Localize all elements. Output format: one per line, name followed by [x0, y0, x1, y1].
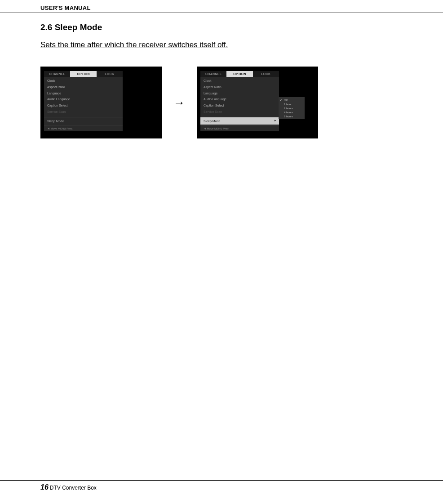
screenshot-after: CHANNEL OPTION LOCK Clock Aspect Ratio L… — [197, 67, 318, 138]
menu-item-sleep-mode[interactable]: Sleep Mode ▸ — [200, 117, 279, 125]
menu-tabs: CHANNEL OPTION LOCK — [44, 71, 123, 77]
menu-item-caption[interactable]: Caption Select — [44, 103, 123, 109]
sleep-mode-submenu: Off 1 hour 2 hours 4 hours 8 hours — [279, 97, 305, 119]
submenu-item-8hr[interactable]: 8 hours — [279, 114, 305, 118]
menu-item-list: Clock Aspect Ratio Language Audio Langua… — [200, 77, 279, 125]
header-title: USER'S MANUAL — [40, 4, 403, 11]
footer-label: DTV Converter Box — [50, 485, 97, 491]
menu-item-language[interactable]: Language — [44, 90, 123, 97]
menu-footer-hint: ◄ Move MENU Prev. — [200, 125, 279, 131]
tab-lock[interactable]: LOCK — [253, 71, 279, 77]
submenu-item-off[interactable]: Off — [279, 98, 305, 102]
tab-lock[interactable]: LOCK — [97, 71, 123, 77]
arrow-right-icon: → — [173, 97, 185, 108]
menu-item-audio-language[interactable]: Audio Language — [200, 96, 279, 103]
submenu-item-1hr[interactable]: 1 hour — [279, 102, 305, 106]
tab-channel[interactable]: CHANNEL — [44, 71, 70, 77]
osd-menu: CHANNEL OPTION LOCK Clock Aspect Ratio L… — [44, 71, 123, 131]
osd-menu: CHANNEL OPTION LOCK Clock Aspect Ratio L… — [200, 71, 279, 131]
menu-item-caption[interactable]: Caption Select — [200, 103, 279, 109]
menu-item-list: Clock Aspect Ratio Language Audio Langua… — [44, 77, 123, 125]
tab-option[interactable]: OPTION — [70, 71, 96, 77]
submenu-item-2hr[interactable]: 2 hours — [279, 106, 305, 110]
menu-item-aspect[interactable]: Aspect Ratio — [200, 84, 279, 90]
menu-item-language[interactable]: Language — [200, 90, 279, 97]
menu-item-aspect[interactable]: Aspect Ratio — [44, 84, 123, 90]
section-heading: 2.6 Sleep Mode — [40, 22, 403, 32]
chevron-right-icon: ▸ — [275, 118, 276, 123]
menu-item-service-scan: Service Scan — [44, 109, 123, 115]
submenu-item-4hr[interactable]: 4 hours — [279, 110, 305, 114]
menu-item-sleep-mode[interactable]: Sleep Mode — [44, 117, 123, 125]
page-footer: 16 DTV Converter Box — [0, 480, 443, 491]
page-number: 16 — [40, 483, 49, 491]
menu-item-audio-language[interactable]: Audio Language — [44, 96, 123, 103]
section-description: Sets the time after which the receiver s… — [40, 40, 403, 49]
menu-item-clock[interactable]: Clock — [200, 78, 279, 84]
tab-option[interactable]: OPTION — [226, 71, 253, 77]
menu-item-label: Sleep Mode — [204, 120, 220, 123]
screenshot-before: CHANNEL OPTION LOCK Clock Aspect Ratio L… — [40, 67, 162, 138]
menu-item-clock[interactable]: Clock — [44, 78, 123, 84]
menu-tabs: CHANNEL OPTION LOCK — [200, 71, 279, 77]
menu-footer-hint: ◄ Move MENU Prev. — [44, 125, 123, 131]
screenshot-sequence: CHANNEL OPTION LOCK Clock Aspect Ratio L… — [40, 67, 403, 138]
tab-channel[interactable]: CHANNEL — [200, 71, 226, 77]
page-header: USER'S MANUAL — [0, 4, 443, 13]
menu-item-service-scan: Service Scan — [200, 109, 279, 115]
